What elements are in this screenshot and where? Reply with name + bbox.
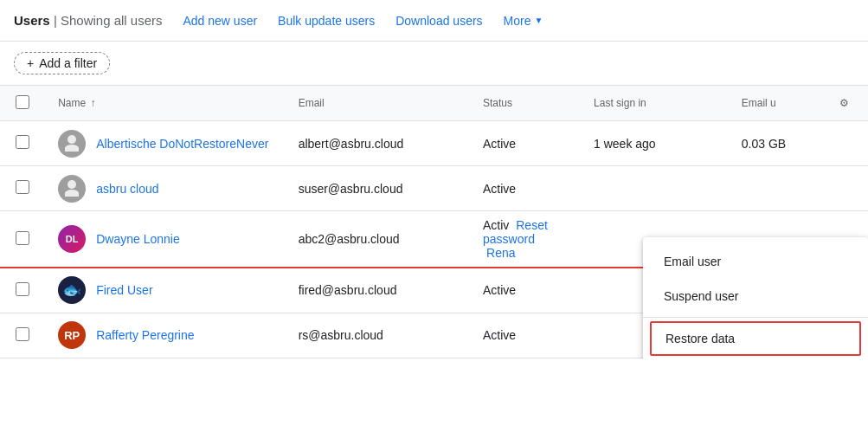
user-name-cell: 🐟 Fired User [44,268,284,313]
user-email-cell: rs@asbru.cloud [285,313,469,358]
user-name-link[interactable]: Fired User [96,283,152,297]
context-menu-email-user[interactable]: Email user [643,244,868,279]
context-menu-divider [643,317,868,318]
user-name-link[interactable]: asbru cloud [96,182,158,196]
user-name-cell: Albertische DoNotRestoreNever [44,121,284,166]
filter-bar: + Add a filter [0,42,868,86]
user-name-link[interactable]: Rafferty Peregrine [96,328,194,342]
avatar: 🐟 [58,276,86,304]
email-column-header[interactable]: Email [285,86,469,121]
last-sign-in-column-header[interactable]: Last sign in [580,86,728,121]
user-name-cell: asbru cloud [44,166,284,211]
row-checkbox[interactable] [16,231,29,245]
row-checkbox[interactable] [16,327,29,341]
user-last-signin-cell: 1 week ago [580,121,728,166]
user-email-cell: fired@asbru.cloud [285,268,469,313]
user-email-cell: suser@asbru.cloud [285,166,469,211]
page-title: Users | Showing all users [14,13,163,28]
gear-icon[interactable]: ⚙ [835,94,852,112]
add-filter-button[interactable]: + Add a filter [14,52,110,74]
user-status-cell: Active [469,166,580,211]
row-checkbox[interactable] [16,282,29,296]
name-column-header[interactable]: Name ↑ [44,86,284,121]
user-name-cell: DL Dwayne Lonnie [44,211,284,268]
row-checkbox-cell[interactable] [0,268,44,313]
add-new-user-link[interactable]: Add new user [183,14,258,28]
select-all-header [0,86,44,121]
users-table-wrapper: Name ↑ Email Status Last sign in Email u… [0,86,868,358]
avatar: DL [58,225,86,253]
page-header: Users | Showing all users Add new user B… [0,0,868,42]
more-label: More [504,14,531,28]
add-filter-label: Add a filter [39,56,97,70]
sort-ascending-icon: ↑ [91,97,96,109]
row-settings-cell [820,121,868,166]
table-header-row: Name ↑ Email Status Last sign in Email u… [0,86,868,121]
row-settings-cell [820,166,868,211]
table-row: Albertische DoNotRestoreNever albert@asb… [0,121,868,166]
table-row: asbru cloud suser@asbru.cloud Active [0,166,868,211]
rename-link[interactable]: Rena [486,246,515,260]
bulk-update-users-link[interactable]: Bulk update users [278,14,375,28]
user-email-cell: abc2@asbru.cloud [285,211,469,268]
user-name-cell: RP Rafferty Peregrine [44,313,284,358]
download-users-link[interactable]: Download users [395,14,482,28]
user-last-signin-cell [580,166,728,211]
avatar [58,175,86,203]
row-checkbox-cell[interactable] [0,166,44,211]
row-checkbox-cell[interactable] [0,211,44,268]
user-email-cell: albert@asbru.cloud [285,121,469,166]
user-name-link[interactable]: Albertische DoNotRestoreNever [96,137,268,151]
context-menu-restore-data[interactable]: Restore data [650,321,861,356]
user-email-usage-cell: 0.03 GB [728,121,820,166]
avatar: RP [58,321,86,349]
context-menu: Email user Suspend user Restore data Del… [643,237,868,358]
user-email-usage-cell [728,166,820,211]
user-name-link[interactable]: Dwayne Lonnie [96,232,180,246]
more-dropdown-button[interactable]: More ▼ [504,14,543,28]
context-menu-suspend-user[interactable]: Suspend user [643,279,868,313]
user-status-cell: Active [469,121,580,166]
chevron-down-icon: ▼ [534,16,543,25]
column-settings-header[interactable]: ⚙ [820,86,868,121]
row-checkbox[interactable] [16,135,29,149]
status-column-header[interactable]: Status [469,86,580,121]
avatar [58,130,86,158]
row-checkbox-cell[interactable] [0,313,44,358]
row-checkbox[interactable] [16,180,29,194]
user-status-cell: Activ Reset password Rena [469,211,580,268]
row-checkbox-cell[interactable] [0,121,44,166]
select-all-checkbox[interactable] [16,95,29,109]
plus-icon: + [27,56,34,70]
user-status-cell: Active [469,268,580,313]
email-usage-column-header[interactable]: Email u [728,86,820,121]
user-status-cell: Active [469,313,580,358]
